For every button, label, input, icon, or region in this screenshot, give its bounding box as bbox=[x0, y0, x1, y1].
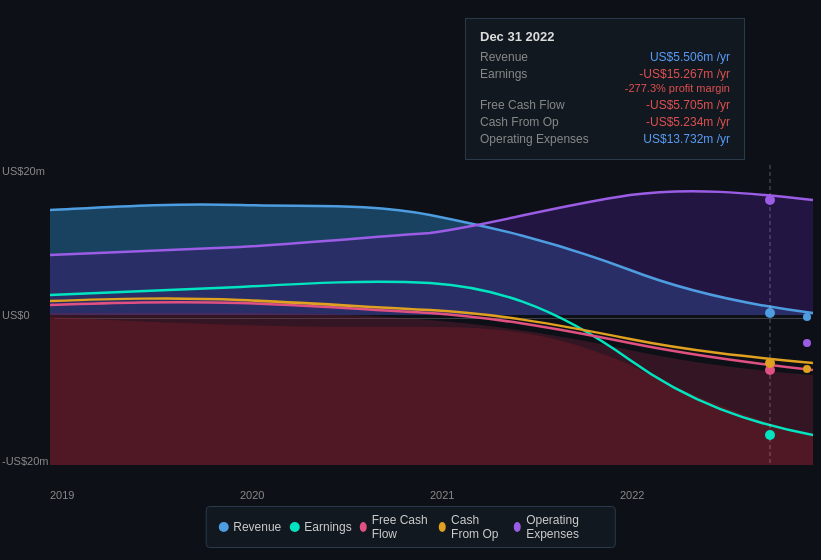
chart-legend: Revenue Earnings Free Cash Flow Cash Fro… bbox=[205, 506, 616, 548]
tooltip-label-fcf: Free Cash Flow bbox=[480, 98, 565, 112]
tooltip-label-earnings: Earnings bbox=[480, 67, 527, 81]
legend-label-opex: Operating Expenses bbox=[526, 513, 603, 541]
legend-item-opex[interactable]: Operating Expenses bbox=[514, 513, 603, 541]
y-label-mid: US$0 bbox=[2, 309, 30, 321]
legend-label-cfo: Cash From Op bbox=[451, 513, 506, 541]
x-axis: 2019 2020 2021 2022 . bbox=[50, 485, 813, 505]
legend-label-earnings: Earnings bbox=[304, 520, 351, 534]
x-label-2019: 2019 bbox=[50, 489, 74, 501]
tooltip-row-cfo: Cash From Op -US$5.234m /yr bbox=[480, 115, 730, 129]
legend-dot-opex bbox=[514, 522, 521, 532]
tooltip-row-revenue: Revenue US$5.506m /yr bbox=[480, 50, 730, 64]
right-marker-opex bbox=[803, 339, 811, 347]
tooltip-date: Dec 31 2022 bbox=[480, 29, 730, 44]
hover-dot-earnings bbox=[765, 430, 775, 440]
x-label-2021: 2021 bbox=[430, 489, 454, 501]
fcf-area bbox=[50, 313, 813, 465]
x-label-2020: 2020 bbox=[240, 489, 264, 501]
tooltip-panel: Dec 31 2022 Revenue US$5.506m /yr Earnin… bbox=[465, 18, 745, 160]
right-marker-cfo bbox=[803, 365, 811, 373]
hover-dot-opex bbox=[765, 195, 775, 205]
tooltip-value-earnings: -US$15.267m /yr bbox=[639, 67, 730, 81]
right-markers bbox=[803, 313, 811, 373]
legend-item-fcf[interactable]: Free Cash Flow bbox=[360, 513, 431, 541]
legend-item-revenue[interactable]: Revenue bbox=[218, 513, 281, 541]
tooltip-row-opex: Operating Expenses US$13.732m /yr bbox=[480, 132, 730, 146]
tooltip-value-revenue: US$5.506m /yr bbox=[650, 50, 730, 64]
legend-dot-revenue bbox=[218, 522, 228, 532]
hover-dot-cfo bbox=[765, 358, 775, 368]
hover-dot-revenue bbox=[765, 308, 775, 318]
tooltip-value-fcf: -US$5.705m /yr bbox=[646, 98, 730, 112]
chart-svg bbox=[50, 165, 813, 465]
legend-item-earnings[interactable]: Earnings bbox=[289, 513, 351, 541]
tooltip-value-cfo: -US$5.234m /yr bbox=[646, 115, 730, 129]
y-label-top: US$20m bbox=[2, 165, 45, 177]
legend-label-revenue: Revenue bbox=[233, 520, 281, 534]
tooltip-label-revenue: Revenue bbox=[480, 50, 528, 64]
tooltip-label-opex: Operating Expenses bbox=[480, 132, 589, 146]
legend-dot-cfo bbox=[439, 522, 446, 532]
legend-dot-earnings bbox=[289, 522, 299, 532]
tooltip-profit-margin: -277.3% profit margin bbox=[480, 82, 730, 94]
legend-dot-fcf bbox=[360, 522, 367, 532]
tooltip-value-opex: US$13.732m /yr bbox=[643, 132, 730, 146]
tooltip-row-fcf: Free Cash Flow -US$5.705m /yr bbox=[480, 98, 730, 112]
tooltip-row-earnings: Earnings -US$15.267m /yr bbox=[480, 67, 730, 81]
legend-label-fcf: Free Cash Flow bbox=[372, 513, 431, 541]
right-marker-revenue bbox=[803, 313, 811, 321]
x-label-2022: 2022 bbox=[620, 489, 644, 501]
legend-item-cfo[interactable]: Cash From Op bbox=[439, 513, 506, 541]
tooltip-label-cfo: Cash From Op bbox=[480, 115, 559, 129]
y-label-bot: -US$20m bbox=[2, 455, 48, 560]
